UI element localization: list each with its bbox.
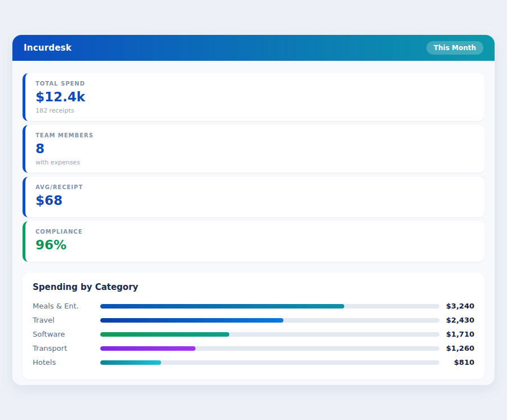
- category-label: Travel: [33, 316, 100, 324]
- category-label: Meals & Ent.: [33, 302, 100, 310]
- stat-label: AVG/RECEIPT: [35, 184, 474, 190]
- stat-value: 96%: [35, 239, 474, 252]
- stat-subtitle: with expenses: [35, 159, 474, 166]
- bar-fill: [100, 346, 195, 351]
- category-row-travel: Travel $2,430: [33, 313, 474, 327]
- stat-card-team-members: TEAM MEMBERS 8 with expenses: [23, 125, 484, 173]
- stat-label: TOTAL SPEND: [35, 81, 474, 87]
- chart-title: Spending by Category: [33, 282, 474, 292]
- category-label: Transport: [33, 344, 100, 352]
- stat-label: COMPLIANCE: [35, 229, 474, 235]
- category-value: $1,260: [439, 344, 474, 352]
- category-value: $3,240: [439, 302, 474, 310]
- bar-fill: [100, 304, 344, 309]
- period-badge[interactable]: This Month: [426, 41, 483, 55]
- app-title: Incurdesk: [24, 43, 72, 53]
- bar-fill: [100, 360, 161, 365]
- stat-card-compliance: COMPLIANCE 96%: [23, 221, 484, 262]
- stats-section: TOTAL SPEND $12.4k 182 receipts TEAM MEM…: [23, 73, 484, 262]
- category-row-hotels: Hotels $810: [33, 355, 474, 369]
- bar-track: [100, 304, 439, 309]
- stat-value: $68: [35, 194, 474, 207]
- stat-subtitle: 182 receipts: [35, 107, 474, 114]
- stat-value: 8: [35, 142, 474, 155]
- category-value: $2,430: [439, 316, 474, 324]
- bar-track: [100, 332, 439, 337]
- stat-label: TEAM MEMBERS: [35, 132, 474, 138]
- app-header: Incurdesk This Month: [12, 35, 495, 61]
- bar-track: [100, 346, 439, 351]
- category-row-meals: Meals & Ent. $3,240: [33, 299, 474, 313]
- dashboard-panel: Incurdesk This Month TOTAL SPEND $12.4k …: [12, 35, 495, 385]
- bar-track: [100, 360, 439, 365]
- category-label: Hotels: [33, 358, 100, 367]
- category-row-software: Software $1,710: [33, 327, 474, 341]
- category-value: $810: [439, 358, 474, 367]
- stat-card-total-spend: TOTAL SPEND $12.4k 182 receipts: [23, 73, 484, 121]
- stat-value: $12.4k: [35, 91, 474, 104]
- category-value: $1,710: [439, 330, 474, 338]
- category-label: Software: [33, 330, 100, 338]
- bar-track: [100, 318, 439, 323]
- bar-fill: [100, 318, 283, 323]
- bar-fill: [100, 332, 229, 337]
- category-row-transport: Transport $1,260: [33, 341, 474, 355]
- spending-by-category-card: Spending by Category Meals & Ent. $3,240…: [23, 273, 484, 379]
- stat-card-avg-receipt: AVG/RECEIPT $68: [23, 177, 484, 217]
- panel-body: TOTAL SPEND $12.4k 182 receipts TEAM MEM…: [12, 61, 495, 379]
